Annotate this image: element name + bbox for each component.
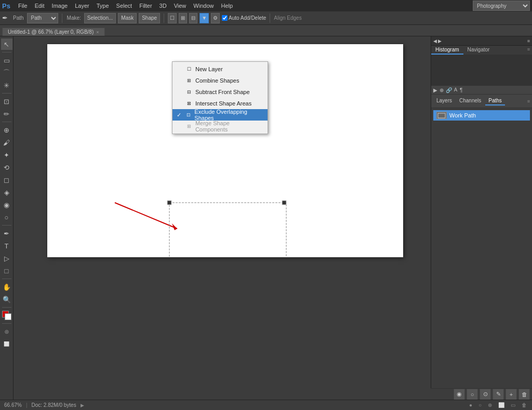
path-select-tool[interactable]: ▷ — [1, 253, 12, 264]
mask-button[interactable]: Mask — [118, 13, 137, 23]
canvas-area[interactable]: ☐ New Layer ⊞ Combine Shapes ⊟ Subtract … — [14, 36, 431, 400]
panel-collapse-icon[interactable]: ◀ — [433, 38, 437, 44]
status-arrow-btn[interactable]: ▶ — [81, 403, 84, 408]
top-bar-controls: ◀ ▶ — [433, 38, 442, 44]
shape-button[interactable]: Shape — [139, 13, 160, 23]
right-panel-icon-1[interactable]: ▶ — [433, 87, 437, 93]
menu-window[interactable]: Window — [190, 2, 217, 10]
quick-mask-btn[interactable]: ◎ — [1, 326, 12, 337]
work-path-btn[interactable]: ✎ — [493, 389, 504, 400]
load-path-btn[interactable]: ⊙ — [480, 389, 491, 400]
right-panel-icon-5[interactable]: ¶ — [460, 87, 462, 93]
tab-close-icon[interactable]: × — [96, 30, 99, 35]
divider-3 — [270, 14, 270, 23]
panel-menu-icon[interactable]: ≡ — [527, 38, 530, 44]
status-icon-2[interactable]: ○ — [478, 402, 482, 408]
navigator-tab[interactable]: Navigator — [463, 46, 494, 55]
move-tool[interactable]: ↖ — [1, 38, 12, 50]
right-panel-icon-3[interactable]: 🔗 — [446, 87, 452, 93]
paths-panel-content: Work Path — [431, 108, 532, 400]
doc-info: Doc: 2.82M/0 bytes — [32, 402, 76, 408]
menu-layer[interactable]: Layer — [71, 2, 93, 10]
fg-bg-colors[interactable] — [1, 310, 12, 321]
tab-title: Untitled-1 @ 66.7% (Layer 0, RGB/8) — [8, 29, 94, 35]
new-layer-label: New Layer — [195, 66, 223, 72]
path-select[interactable]: Path — [27, 13, 58, 23]
right-panel-icon-4[interactable]: Ꭺ — [454, 87, 458, 93]
menu-edit[interactable]: Edit — [31, 2, 48, 10]
new-path-btn[interactable]: + — [506, 389, 517, 400]
hand-tool[interactable]: ✋ — [1, 281, 12, 293]
eyedropper-tool[interactable]: ✏ — [1, 108, 12, 120]
menu-type[interactable]: Type — [93, 2, 113, 10]
dropdown-merge-shape-components[interactable]: ⊞ Merge Shape Components — [172, 121, 268, 132]
stroke-path-btn[interactable]: ○ — [467, 389, 478, 400]
hist-panel-menu[interactable]: ≡ — [525, 46, 532, 55]
paths-bottom-toolbar: ◉ ○ ⊙ ✎ + 🗑 — [431, 388, 532, 400]
histogram-tab[interactable]: Histogram — [431, 46, 463, 55]
layers-panel-menu[interactable]: ≡ — [527, 99, 530, 104]
panel-expand-icon[interactable]: ▶ — [438, 38, 442, 44]
path-operations-dropdown: ☐ New Layer ⊞ Combine Shapes ⊟ Subtract … — [172, 61, 268, 134]
brush-tool[interactable]: 🖌 — [1, 137, 12, 148]
healing-tool[interactable]: ⊕ — [1, 124, 12, 136]
history-tool[interactable]: ⟲ — [1, 162, 12, 173]
path-new-layer-btn[interactable]: ☐ — [168, 13, 177, 23]
auto-add-delete-checkbox[interactable] — [222, 15, 228, 21]
pen-tool[interactable]: ✒ — [1, 228, 12, 239]
magic-wand-tool[interactable]: ✳ — [1, 80, 12, 91]
divider-2 — [164, 14, 164, 23]
status-icon-3[interactable]: ⊕ — [488, 402, 492, 408]
clone-tool[interactable]: ✦ — [1, 149, 12, 161]
menu-3d[interactable]: 3D — [156, 2, 170, 10]
path-subtract-btn[interactable]: ⊟ — [189, 13, 197, 23]
dropdown-exclude-overlapping-shapes[interactable]: ✓ ⊡ Exclude Overlapping Shapes — [172, 109, 268, 121]
status-icon-4[interactable]: ⬜ — [498, 402, 504, 408]
crop-tool[interactable]: ⊡ — [1, 96, 12, 107]
new-layer-icon: ☐ — [185, 65, 193, 73]
tool-divider-5 — [2, 279, 11, 279]
menu-view[interactable]: View — [170, 2, 190, 10]
intersect-label: Intersect Shape Areas — [195, 100, 251, 107]
channels-tab[interactable]: Channels — [456, 97, 484, 105]
document-tab[interactable]: Untitled-1 @ 66.7% (Layer 0, RGB/8) × — [2, 28, 105, 36]
menu-select[interactable]: Select — [113, 2, 136, 10]
svg-rect-3 — [167, 201, 171, 205]
screen-mode-btn[interactable]: ⬜ — [1, 338, 12, 350]
menu-image[interactable]: Image — [48, 2, 72, 10]
dropdown-intersect-shape-areas[interactable]: ⊠ Intersect Shape Areas — [172, 98, 268, 109]
exclude-check: ✓ — [177, 112, 182, 118]
layers-tab[interactable]: Layers — [433, 97, 455, 105]
svg-rect-2 — [169, 203, 286, 257]
align-btn[interactable]: ⚙ — [211, 13, 220, 23]
status-icon-1[interactable]: ● — [469, 402, 472, 408]
lasso-tool[interactable]: ⌒ — [1, 67, 12, 78]
status-icon-5[interactable]: ▭ — [511, 402, 515, 408]
paths-tab[interactable]: Paths — [485, 97, 505, 105]
menu-filter[interactable]: Filter — [136, 2, 155, 10]
status-icon-6[interactable]: 🗑 — [522, 402, 527, 408]
right-panel-icon-2[interactable]: ⊕ — [440, 87, 444, 93]
fill-path-btn[interactable]: ◉ — [454, 389, 465, 400]
selection-button[interactable]: Selection... — [84, 13, 116, 23]
dropdown-new-layer[interactable]: ☐ New Layer — [172, 63, 268, 75]
path-operations-dropdown-btn[interactable]: ▼ — [200, 13, 209, 23]
path-combine-btn[interactable]: ⊞ — [179, 13, 187, 23]
text-tool[interactable]: T — [1, 240, 12, 252]
menu-file[interactable]: File — [15, 2, 31, 10]
path-thumb-svg — [437, 112, 446, 118]
dropdown-subtract-front-shape[interactable]: ⊟ Subtract Front Shape — [172, 86, 268, 98]
delete-path-btn[interactable]: 🗑 — [518, 389, 530, 400]
work-path-item[interactable]: Work Path — [433, 110, 530, 121]
shape-tool[interactable]: □ — [1, 265, 12, 276]
dropdown-combine-shapes[interactable]: ⊞ Combine Shapes — [172, 75, 268, 86]
blur-tool[interactable]: ◉ — [1, 199, 12, 210]
marquee-tool[interactable]: ▭ — [1, 55, 12, 66]
dodge-tool[interactable]: ○ — [1, 211, 12, 223]
workspace-selector[interactable]: Photography — [473, 1, 530, 11]
gradient-tool[interactable]: ◈ — [1, 187, 12, 198]
eraser-tool[interactable]: ◻ — [1, 174, 12, 186]
zoom-tool[interactable]: 🔍 — [1, 294, 12, 305]
menu-help[interactable]: Help — [217, 2, 236, 10]
left-tools-panel: ↖ ▭ ⌒ ✳ ⊡ ✏ ⊕ 🖌 ✦ ⟲ ◻ ◈ ◉ ○ ✒ T ▷ □ ✋ 🔍 … — [0, 36, 14, 400]
